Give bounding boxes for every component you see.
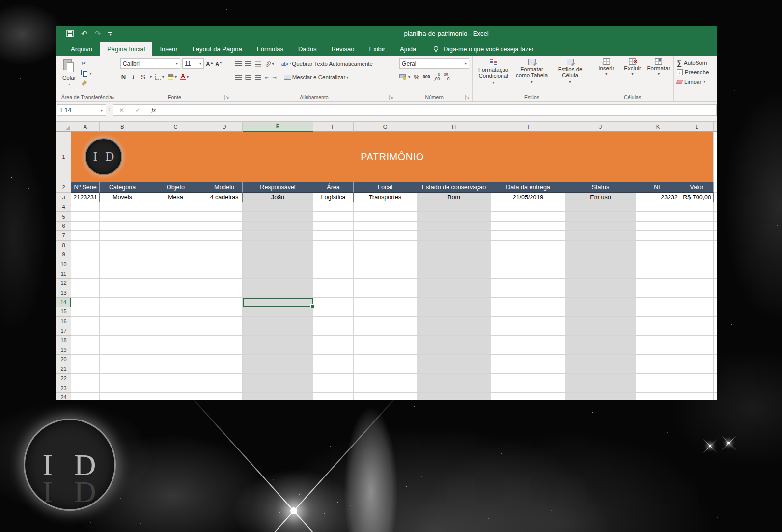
- cell-C15[interactable]: [145, 307, 206, 316]
- cell-G15[interactable]: [354, 307, 417, 316]
- cell-B13[interactable]: [100, 288, 145, 298]
- cell-J9[interactable]: [565, 250, 636, 259]
- cell-H14[interactable]: [417, 298, 491, 307]
- delete-cells-button[interactable]: ✕ Excluir ▾: [620, 58, 644, 93]
- cell-B10[interactable]: [100, 259, 145, 269]
- font-name-combo[interactable]: Calibri▾: [120, 58, 180, 69]
- italic-button[interactable]: I: [130, 73, 137, 81]
- cell-M8[interactable]: [714, 241, 717, 250]
- cell-G18[interactable]: [354, 336, 417, 345]
- cell-D6[interactable]: [206, 222, 243, 231]
- cell-B16[interactable]: [100, 317, 145, 326]
- cell-M19[interactable]: [714, 345, 717, 355]
- cell-L12[interactable]: [680, 279, 714, 288]
- cell-F12[interactable]: [313, 279, 354, 288]
- cell-F15[interactable]: [313, 307, 354, 316]
- row-header-4[interactable]: 4: [56, 202, 71, 212]
- cell-C10[interactable]: [145, 259, 206, 269]
- cell-I23[interactable]: [491, 383, 565, 392]
- cell-L10[interactable]: [680, 259, 714, 269]
- cell-C20[interactable]: [145, 355, 206, 364]
- cell-A17[interactable]: [71, 326, 100, 336]
- cell-J10[interactable]: [565, 259, 636, 269]
- cell-B14[interactable]: [100, 298, 145, 307]
- cell-F20[interactable]: [313, 355, 354, 364]
- cell-B11[interactable]: [100, 269, 145, 279]
- cell-A19[interactable]: [71, 345, 100, 355]
- cell-L11[interactable]: [680, 269, 714, 279]
- cell-D17[interactable]: [206, 326, 243, 336]
- cell-J5[interactable]: [565, 212, 636, 221]
- cell-C14[interactable]: [145, 298, 206, 307]
- row-header-7[interactable]: 7: [56, 231, 71, 240]
- cell-E17[interactable]: [243, 326, 313, 336]
- row-header-2[interactable]: 2: [56, 182, 71, 193]
- cell-J24[interactable]: [565, 393, 636, 400]
- cell-H23[interactable]: [417, 383, 491, 392]
- cell-E11[interactable]: [243, 269, 313, 279]
- cell-D13[interactable]: [206, 288, 243, 298]
- cell-I4[interactable]: [491, 202, 565, 212]
- cell-H9[interactable]: [417, 250, 491, 259]
- column-header-D[interactable]: D: [206, 122, 243, 132]
- cell-I5[interactable]: [491, 212, 565, 221]
- cell-K23[interactable]: [636, 383, 680, 392]
- cell-D18[interactable]: [206, 336, 243, 345]
- table-header-L2[interactable]: Valor: [680, 182, 714, 193]
- cell-G7[interactable]: [354, 231, 417, 240]
- cell-E13[interactable]: [243, 288, 313, 298]
- paste-button[interactable]: Colar ▾: [59, 58, 79, 93]
- cell-C3[interactable]: Mesa: [145, 193, 206, 202]
- cell-G23[interactable]: [354, 383, 417, 392]
- cell-F24[interactable]: [313, 393, 354, 400]
- cell-K12[interactable]: [636, 279, 680, 288]
- decrease-indent-icon[interactable]: ⇤: [265, 75, 269, 80]
- cell-J22[interactable]: [565, 374, 636, 383]
- row-header-14[interactable]: 14: [56, 298, 71, 307]
- fill-button[interactable]: ↓ Preenche: [677, 68, 714, 76]
- cell-M14[interactable]: [714, 298, 717, 307]
- cell-B24[interactable]: [100, 393, 145, 400]
- table-header-C2[interactable]: Objeto: [145, 182, 206, 193]
- formula-input[interactable]: [162, 104, 717, 116]
- cell-E22[interactable]: [243, 374, 313, 383]
- cell-A16[interactable]: [71, 317, 100, 326]
- conditional-formatting-button[interactable]: Formatação Condicional ▾: [475, 58, 511, 93]
- insert-cells-button[interactable]: ← Inserir ▾: [594, 58, 618, 93]
- cell-M17[interactable]: [714, 326, 717, 336]
- cell-A9[interactable]: [71, 250, 100, 259]
- accounting-format-button[interactable]: ▾: [399, 74, 410, 80]
- redo-icon[interactable]: ↷: [95, 30, 101, 37]
- cell-H3[interactable]: Bom: [417, 193, 491, 202]
- cell-L4[interactable]: [680, 202, 714, 212]
- cell-L9[interactable]: [680, 250, 714, 259]
- cell-J14[interactable]: [565, 298, 636, 307]
- column-header-C[interactable]: C: [145, 122, 206, 132]
- cell-L19[interactable]: [680, 345, 714, 355]
- cell-D10[interactable]: [206, 259, 243, 269]
- cell-M2[interactable]: [714, 182, 717, 193]
- cell-K7[interactable]: [636, 231, 680, 240]
- cell-C13[interactable]: [145, 288, 206, 298]
- cell-L24[interactable]: [680, 393, 714, 400]
- cell-G6[interactable]: [354, 222, 417, 231]
- cell-K4[interactable]: [636, 202, 680, 212]
- increase-font-button[interactable]: A▲: [206, 60, 214, 67]
- cell-E15[interactable]: [243, 307, 313, 316]
- table-header-H2[interactable]: Estado de conservação: [417, 182, 491, 193]
- tell-me-box[interactable]: Diga-me o que você deseja fazer: [432, 42, 533, 56]
- dialog-launcher-icon[interactable]: ↘: [224, 95, 230, 100]
- cell-B23[interactable]: [100, 383, 145, 392]
- autosum-button[interactable]: ∑ AutoSom: [677, 58, 714, 67]
- table-header-E2[interactable]: Responsável: [243, 182, 313, 193]
- cell-F11[interactable]: [313, 269, 354, 279]
- row-header-17[interactable]: 17: [56, 326, 71, 336]
- tab-f-rmulas[interactable]: Fórmulas: [250, 42, 291, 56]
- cell-B5[interactable]: [100, 212, 145, 221]
- cell-F13[interactable]: [313, 288, 354, 298]
- tab-dados[interactable]: Dados: [291, 42, 324, 56]
- row-header-12[interactable]: 12: [56, 279, 71, 288]
- cell-L3[interactable]: R$ 700,00: [680, 193, 714, 202]
- cell-J23[interactable]: [565, 383, 636, 392]
- row-header-20[interactable]: 20: [56, 355, 71, 364]
